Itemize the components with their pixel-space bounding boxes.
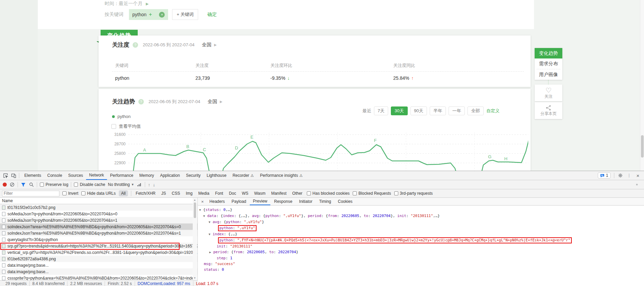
remove-keyword-icon[interactable]: × xyxy=(159,12,165,18)
settings-gear-icon[interactable] xyxy=(618,173,623,178)
tab-network[interactable]: Network xyxy=(86,171,107,180)
hide-data-urls-toggle[interactable]: Hide data URLs xyxy=(81,191,116,196)
filter-funnel-icon[interactable] xyxy=(21,182,26,187)
request-row-selected[interactable]: soIndexJson?area=%E5%85%A8%E5%9B%BD&q=py… xyxy=(0,223,197,230)
attention-region[interactable]: 全国 xyxy=(202,42,211,48)
request-row[interactable]: t017815f2e01c0c57b2.png xyxy=(0,204,197,211)
request-row[interactable]: data:image/png;base... xyxy=(0,262,197,268)
help-icon[interactable]: ? xyxy=(133,42,138,48)
filter-type-img[interactable]: Img xyxy=(184,191,194,196)
json-line-period[interactable]: ▶period: {from: 20220605, to: 20220704} xyxy=(198,249,644,255)
add-keyword-button[interactable]: + 关键词 xyxy=(172,9,198,20)
invert-toggle[interactable]: Invert xyxy=(62,191,78,196)
has-blocked-cookies-toggle[interactable]: Has blocked cookies xyxy=(307,191,350,196)
average-checkbox[interactable] xyxy=(111,124,116,129)
request-row[interactable]: vertical_srp.gif?u=https%3A%2F%2Ftrends.… xyxy=(0,249,197,256)
request-row[interactable]: t01be62f2872a8a4386.png xyxy=(0,256,197,262)
third-party-requests-toggle[interactable]: 3rd-party requests xyxy=(394,191,433,196)
range-year-button[interactable]: 一年 xyxy=(449,106,465,115)
filter-type-wasm[interactable]: Wasm xyxy=(253,191,267,196)
filter-type-js[interactable]: JS xyxy=(160,191,167,196)
third-party-requests-checkbox[interactable] xyxy=(394,191,398,195)
network-settings-gear-icon[interactable] xyxy=(636,182,641,187)
request-row[interactable]: querytaglist?t=30&q=python xyxy=(0,236,197,243)
request-row[interactable]: soIndexJson?area=%E5%85%A8%E5%9B%BD&q=py… xyxy=(0,230,197,236)
average-toggle[interactable]: 查看平均值 xyxy=(111,123,141,129)
range-custom-button[interactable]: 自定义 xyxy=(486,108,500,114)
close-detail-icon[interactable]: × xyxy=(199,199,206,204)
tab-security[interactable]: Security xyxy=(183,171,204,180)
detail-tab-payload[interactable]: Payload xyxy=(229,198,249,205)
json-line-index-python[interactable]: python: ",FYF+N+hNU{+7{pA+#A.Q+PQd5+h5(<… xyxy=(198,237,644,243)
plus-icon[interactable]: + xyxy=(149,11,152,18)
json-line-init[interactable]: init: "20130111" xyxy=(198,243,644,249)
tab-console[interactable]: Console xyxy=(44,171,65,180)
request-list-scrollbar-thumb[interactable] xyxy=(194,202,196,218)
tab-elements[interactable]: Elements xyxy=(21,171,44,180)
range-all-button[interactable]: 全部 xyxy=(467,106,484,115)
json-line-index[interactable]: ▼index: {,…} xyxy=(198,231,644,237)
tab-lighthouse[interactable]: Lighthouse xyxy=(204,171,230,180)
disable-cache-checkbox[interactable] xyxy=(74,183,78,187)
request-list-scrollbar[interactable]: ▲ ▼ xyxy=(193,198,197,280)
page-scrollbar-thumb[interactable] xyxy=(641,135,644,158)
tab-sources[interactable]: Sources xyxy=(65,171,86,180)
filter-type-fetch-xhr[interactable]: Fetch/XHR xyxy=(134,191,157,196)
preserve-log-checkbox[interactable] xyxy=(40,183,44,187)
page-scrollbar[interactable] xyxy=(640,0,644,171)
share-button[interactable]: 分享本页 xyxy=(535,102,562,119)
close-devtools-icon[interactable]: × xyxy=(635,173,641,178)
json-line-data[interactable]: ▼data: {index: {,…}, avg: {python: ",uY1… xyxy=(198,213,644,219)
detail-tab-preview[interactable]: Preview xyxy=(250,198,270,205)
confirm-button[interactable]: 确定 xyxy=(208,11,217,18)
detail-tab-response[interactable]: Response xyxy=(271,198,295,205)
scroll-down-icon[interactable]: ▼ xyxy=(193,277,196,280)
json-line-avg[interactable]: ▼avg: {python: ",uY1fu"} xyxy=(198,219,644,225)
request-row[interactable]: soMediaJson?q=python&from=20220605&to=20… xyxy=(0,211,197,217)
json-line-step[interactable]: step: 1 xyxy=(198,255,644,261)
has-blocked-cookies-checkbox[interactable] xyxy=(307,191,311,195)
more-menu-icon[interactable]: ⋮ xyxy=(626,173,632,178)
json-line-status[interactable]: status: 0 xyxy=(198,267,644,272)
follow-button[interactable]: ♡ 关注 xyxy=(535,85,562,101)
disable-cache-toggle[interactable]: Disable cache xyxy=(74,182,105,187)
scroll-up-icon[interactable]: ▲ xyxy=(193,198,196,201)
tab-application[interactable]: Application xyxy=(157,171,183,180)
invert-checkbox[interactable] xyxy=(62,191,66,195)
throttling-select[interactable]: No throttling ▼ xyxy=(108,182,134,187)
detail-tab-cookies[interactable]: Cookies xyxy=(335,198,355,205)
range-7d-button[interactable]: 7天 xyxy=(374,106,388,115)
detail-tab-headers[interactable]: Headers xyxy=(207,198,228,205)
filter-type-font[interactable]: Font xyxy=(214,191,224,196)
blocked-requests-toggle[interactable]: Blocked Requests xyxy=(353,191,391,196)
filter-input[interactable] xyxy=(2,191,59,196)
record-icon[interactable] xyxy=(3,183,7,187)
search-icon[interactable] xyxy=(29,182,34,187)
side-nav-demand-distribution[interactable]: 需求分布 xyxy=(535,58,562,69)
keyword-chip[interactable]: python + × xyxy=(129,9,168,20)
filter-type-doc[interactable]: Doc xyxy=(227,191,237,196)
filter-type-manifest[interactable]: Manifest xyxy=(270,191,288,196)
tab-performance[interactable]: Performance xyxy=(107,171,136,180)
trend-region[interactable]: 全国 xyxy=(208,99,217,105)
detail-tab-initiator[interactable]: Initiator xyxy=(296,198,315,205)
filter-type-other[interactable]: Other xyxy=(291,191,304,196)
range-30d-button[interactable]: 30天 xyxy=(391,106,407,115)
request-row[interactable]: data:image/png;base... xyxy=(0,268,197,275)
inspect-element-icon[interactable] xyxy=(3,173,8,178)
filter-type-ws[interactable]: WS xyxy=(241,191,250,196)
filter-type-all[interactable]: All xyxy=(119,190,128,196)
filter-type-css[interactable]: CSS xyxy=(170,191,182,196)
export-har-icon[interactable]: ↓ xyxy=(153,182,155,187)
side-nav-user-profile[interactable]: 用户画像 xyxy=(535,69,562,80)
request-row[interactable]: srp.gif?pro=trends&pid=result&url=https%… xyxy=(0,243,197,249)
name-column-header[interactable]: Name xyxy=(0,198,197,204)
preserve-log-toggle[interactable]: Preserve log xyxy=(40,182,68,187)
json-line-msg[interactable]: msg: "success" xyxy=(198,261,644,267)
detail-tab-timing[interactable]: Timing xyxy=(316,198,334,205)
request-row[interactable]: soMediaJson?q=python&from=20220605&to=20… xyxy=(0,217,197,223)
range-90d-button[interactable]: 90天 xyxy=(410,106,427,115)
network-conditions-icon[interactable] xyxy=(137,182,142,187)
tab-memory[interactable]: Memory xyxy=(136,171,157,180)
time-filter[interactable]: 时间：最近一个月▶ xyxy=(105,1,149,7)
